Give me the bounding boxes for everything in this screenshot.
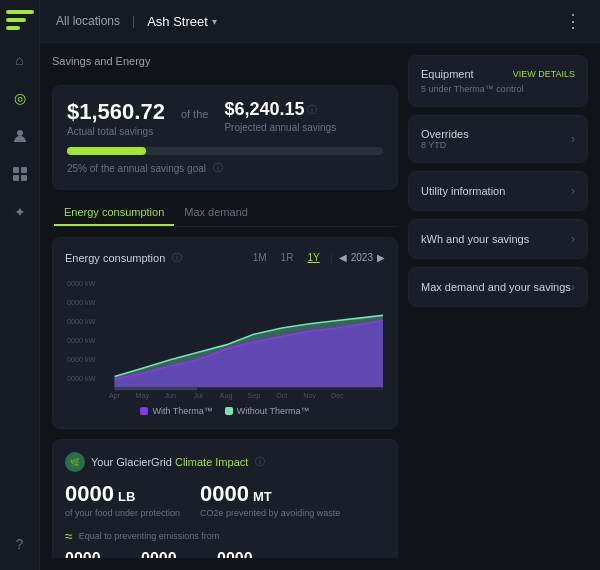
co2-metric: 0000 MT CO2e prevented by avoiding waste bbox=[200, 482, 340, 518]
equipment-title: Equipment bbox=[421, 68, 474, 80]
kwh-chevron-icon: › bbox=[571, 232, 575, 246]
prev-year-button[interactable]: ◀ bbox=[339, 252, 347, 263]
overrides-sub: 8 YTD bbox=[421, 140, 469, 150]
co2-unit: MT bbox=[253, 489, 272, 504]
chart-year-label: 2023 bbox=[351, 252, 373, 263]
legend-without-therma-label: Without Therma™ bbox=[237, 406, 310, 416]
sidebar: ⌂ ◎ ✦ ? bbox=[0, 0, 40, 570]
max-demand-chevron-icon: › bbox=[571, 280, 575, 294]
energy-tabs: Energy consumption Max demand bbox=[52, 200, 398, 227]
svg-text:0000 kW: 0000 kW bbox=[67, 374, 96, 383]
impact-info-icon: ⓘ bbox=[255, 455, 265, 469]
chart-year-nav: ◀ 2023 ▶ bbox=[339, 252, 385, 263]
svg-text:Aug: Aug bbox=[220, 391, 233, 400]
period-1m-button[interactable]: 1M bbox=[249, 250, 271, 265]
svg-text:Nov: Nov bbox=[303, 391, 316, 400]
utility-title: Utility information bbox=[421, 185, 505, 197]
coal-metric: 0000 pounds of coal burned bbox=[141, 550, 201, 558]
overrides-section[interactable]: Overrides 8 YTD › bbox=[408, 115, 588, 163]
grid-icon[interactable] bbox=[4, 158, 36, 190]
svg-rect-7 bbox=[21, 175, 27, 181]
kwh-section[interactable]: kWh and your savings › bbox=[408, 219, 588, 259]
chevron-down-icon: ▾ bbox=[212, 16, 217, 27]
coal-value: 0000 bbox=[141, 550, 201, 558]
svg-text:Oct: Oct bbox=[276, 391, 287, 400]
equal-label: Equal to preventing emissions from bbox=[79, 531, 220, 541]
savings-row: $1,560.72 Actual total savings of the $6… bbox=[67, 100, 383, 137]
savings-section-title: Savings and Energy bbox=[52, 55, 398, 67]
svg-rect-5 bbox=[21, 167, 27, 173]
chart-title: Energy consumption bbox=[65, 252, 165, 264]
location-icon[interactable]: ◎ bbox=[4, 82, 36, 114]
progress-bar-background bbox=[67, 147, 383, 155]
equipment-section: Equipment VIEW DETAILS 5 under Therma™ c… bbox=[408, 55, 588, 107]
svg-text:0000 kW: 0000 kW bbox=[67, 355, 96, 364]
tab-max-demand[interactable]: Max demand bbox=[174, 200, 258, 226]
star-icon[interactable]: ✦ bbox=[4, 196, 36, 228]
actual-savings-block: $1,560.72 Actual total savings bbox=[67, 100, 165, 137]
equal-metrics: 0000 miles driven by a gas car 0000 poun… bbox=[65, 550, 385, 558]
svg-point-3 bbox=[17, 130, 23, 136]
help-icon[interactable]: ? bbox=[4, 528, 36, 560]
kwh-row: kWh and your savings › bbox=[421, 232, 575, 246]
savings-card: $1,560.72 Actual total savings of the $6… bbox=[52, 85, 398, 190]
people-icon[interactable] bbox=[4, 120, 36, 152]
period-1y-button[interactable]: 1Y bbox=[303, 250, 323, 265]
home-icon[interactable]: ⌂ bbox=[4, 44, 36, 76]
svg-rect-0 bbox=[6, 10, 34, 14]
svg-text:Jun: Jun bbox=[164, 391, 176, 400]
period-1r-button[interactable]: 1R bbox=[277, 250, 298, 265]
food-lb-value: 0000 bbox=[65, 482, 114, 506]
svg-text:0000 kW: 0000 kW bbox=[67, 279, 96, 288]
food-lb-label: of your food under protection bbox=[65, 508, 180, 518]
svg-text:Sep: Sep bbox=[247, 391, 260, 400]
max-demand-title: Max demand and your savings bbox=[421, 281, 571, 293]
overrides-row: Overrides 8 YTD › bbox=[421, 128, 575, 150]
max-demand-section[interactable]: Max demand and your savings › bbox=[408, 267, 588, 307]
climate-impact-card: 🌿 Your GlacierGrid Climate Impact ⓘ 0000… bbox=[52, 439, 398, 558]
homes-metric: 0000 homes energy use for a year bbox=[217, 550, 277, 558]
chart-legend: With Therma™ Without Therma™ bbox=[65, 406, 385, 416]
equal-icon: ≈ bbox=[65, 528, 73, 544]
view-details-link[interactable]: VIEW DETAILS bbox=[513, 69, 575, 79]
tab-energy-consumption[interactable]: Energy consumption bbox=[54, 200, 174, 226]
svg-rect-2 bbox=[6, 26, 20, 30]
equipment-header: Equipment VIEW DETAILS bbox=[421, 68, 575, 80]
utility-chevron-icon: › bbox=[571, 184, 575, 198]
next-year-button[interactable]: ▶ bbox=[377, 252, 385, 263]
max-demand-row: Max demand and your savings › bbox=[421, 280, 575, 294]
branch-selector[interactable]: Ash Street ▾ bbox=[147, 14, 217, 29]
food-protection-metric: 0000 LB of your food under protection bbox=[65, 482, 180, 518]
header-left: All locations | Ash Street ▾ bbox=[56, 14, 217, 29]
legend-with-therma: With Therma™ bbox=[140, 406, 212, 416]
svg-rect-4 bbox=[13, 167, 19, 173]
progress-bar-fill bbox=[67, 147, 146, 155]
chart-area: 0000 kW 0000 kW 0000 kW 0000 kW 0000 kW … bbox=[65, 273, 385, 400]
svg-text:0000 kW: 0000 kW bbox=[67, 336, 96, 345]
all-locations-label: All locations bbox=[56, 14, 120, 28]
more-menu-button[interactable]: ⋮ bbox=[564, 10, 584, 32]
progress-info-icon: ⓘ bbox=[213, 161, 223, 175]
actual-savings-label: Actual total savings bbox=[67, 126, 165, 137]
header-separator: | bbox=[132, 14, 135, 28]
branch-name: Ash Street bbox=[147, 14, 208, 29]
legend-without-therma-dot bbox=[225, 407, 233, 415]
svg-text:May: May bbox=[136, 391, 150, 400]
miles-value: 0000 bbox=[65, 550, 125, 558]
legend-with-therma-dot bbox=[140, 407, 148, 415]
actual-savings-value: $1,560.72 bbox=[67, 100, 165, 124]
utility-section[interactable]: Utility information › bbox=[408, 171, 588, 211]
food-lb-unit: LB bbox=[118, 489, 135, 504]
progress-label: 25% of the annual savings goal bbox=[67, 163, 206, 174]
impact-title: Your GlacierGrid Climate Impact bbox=[91, 456, 248, 468]
svg-text:Dec: Dec bbox=[331, 391, 344, 400]
equipment-sub: 5 under Therma™ control bbox=[421, 84, 575, 94]
legend-with-therma-label: With Therma™ bbox=[152, 406, 212, 416]
chart-controls: 1M 1R 1Y | ◀ 2023 ▶ bbox=[249, 250, 385, 265]
svg-marker-21 bbox=[115, 321, 383, 390]
equal-row: ≈ Equal to preventing emissions from bbox=[65, 528, 385, 544]
utility-row: Utility information › bbox=[421, 184, 575, 198]
projected-savings-block: $6,240.15 ⓘ Projected annual savings bbox=[224, 100, 336, 133]
kwh-title: kWh and your savings bbox=[421, 233, 529, 245]
overrides-content: Overrides 8 YTD bbox=[421, 128, 469, 150]
